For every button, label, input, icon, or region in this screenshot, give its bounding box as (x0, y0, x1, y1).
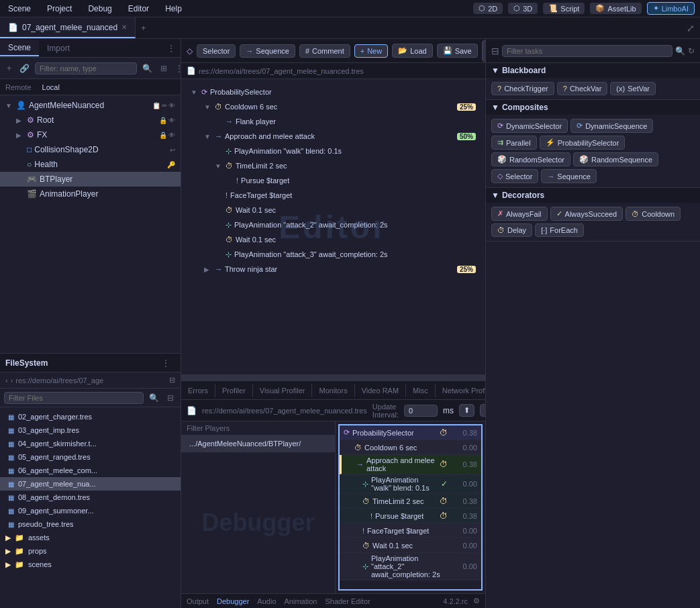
menu-editor[interactable]: Editor (126, 3, 152, 15)
output-tab[interactable]: Output (187, 597, 209, 605)
fs-sort-btn[interactable]: ⊟ (164, 392, 177, 404)
btn-assetlib[interactable]: 📦 AssetLib (590, 3, 641, 14)
tab-add-btn[interactable]: + (136, 21, 151, 36)
editor-horizontal-scroll[interactable] (181, 374, 485, 380)
fs-filter-input[interactable] (4, 392, 144, 404)
player-btn[interactable]: .../AgentMeleeNuanced/BTPlayer/ (181, 436, 335, 452)
fs-file-2[interactable]: ▦ 04_agent_skirmisher.t... (0, 437, 181, 450)
bb-checkvar-btn[interactable]: ? CheckVar (557, 82, 608, 95)
toolbar-save-btn[interactable]: 💾 Save (437, 44, 478, 58)
link-btn[interactable]: 🔗 (17, 62, 32, 74)
tree-item-health[interactable]: ▶ ○ Health 🔑 (0, 157, 181, 172)
add-node-btn[interactable]: + (4, 62, 14, 74)
bt-node-playanim1[interactable]: ▶ ⊹ PlayAnimation "walk" blend: 0.1s (187, 144, 480, 158)
remote-btn[interactable]: Remote (5, 83, 32, 91)
dt-row-3[interactable]: ⊹ PlayAnimation "walk" blend: 0.1s ✓ 0.0… (340, 474, 481, 494)
expand-btn[interactable]: ⤢ (687, 23, 695, 34)
bt-node-pursue[interactable]: ▶ ! Pursue $target (187, 173, 480, 188)
update-spinner-up[interactable]: ⬆ (459, 404, 474, 417)
bt-node-throw[interactable]: ▶ → Throw ninja star 25% (187, 262, 480, 276)
btn-2d[interactable]: ⬡ 2D (473, 3, 503, 14)
bb-composites-header[interactable]: ▼ Composites (486, 100, 700, 115)
fs-file-3[interactable]: ▦ 05_agent_ranged.tres (0, 450, 181, 464)
tab-close-btn[interactable]: ✕ (121, 23, 127, 31)
toolbar-load-btn[interactable]: 📂 Load (392, 44, 432, 58)
update-interval-input[interactable] (404, 405, 438, 417)
dt-row-7[interactable]: ⏱ Wait 0.1 sec 0.00 (340, 538, 481, 553)
bb-alwayssucceed-btn[interactable]: ✓ AlwaysSucceed (550, 207, 623, 221)
scene-grid-btn[interactable]: ⊞ (158, 62, 170, 74)
bb-alwaysfail-btn[interactable]: ✗ AlwaysFail (491, 207, 548, 221)
local-btn[interactable]: Local (42, 83, 60, 91)
btn-3d[interactable]: ⬡ 3D (508, 3, 538, 14)
menu-scene[interactable]: Scene (5, 3, 34, 15)
audio-tab[interactable]: Audio (257, 597, 276, 605)
btn-script[interactable]: 📜 Script (543, 3, 585, 14)
tree-item-animplayer[interactable]: ▶ 🎬 AnimationPlayer (0, 187, 181, 201)
dt-row-2[interactable]: → Approach and melee attack ⏱ 0.38 (340, 455, 481, 474)
fs-prev-btn[interactable]: ‹ (5, 376, 8, 385)
toolbar-new-btn[interactable]: + New (354, 44, 388, 58)
bb-selector-btn[interactable]: ◇ Selector (491, 169, 538, 183)
import-tab[interactable]: Import (39, 41, 78, 56)
bb-delay-btn[interactable]: ⏱ Delay (491, 223, 532, 237)
shader-editor-tab[interactable]: Shader Editor (325, 597, 370, 605)
bb-filter-input[interactable] (502, 45, 672, 57)
bt-node-wait2[interactable]: ▶ ⏱ Wait 0.1 sec (187, 232, 480, 247)
bb-refresh-icon[interactable]: ↻ (688, 46, 695, 56)
tab-network-profiler[interactable]: Network Profiler (436, 384, 485, 397)
fs-file-4[interactable]: ▦ 06_agent_melee_com... (0, 464, 181, 477)
fs-file-8[interactable]: ▦ pseudo_tree.tres (0, 517, 181, 531)
bb-dynamicselector-btn[interactable]: ⟳ DynamicSelector (491, 119, 568, 133)
tree-item-btplayer[interactable]: ▶ 🎮 BTPlayer (0, 172, 181, 187)
fs-grid-icon[interactable]: ⊟ (169, 376, 175, 385)
tab-visual-profiler[interactable]: Visual Profiler (253, 384, 313, 397)
dt-row-1[interactable]: ⏱ Cooldown 6 sec 0.00 (340, 440, 481, 455)
bb-foreach-btn[interactable]: [·] ForEach (535, 223, 584, 237)
fs-file-6[interactable]: ▦ 08_agent_demon.tres (0, 491, 181, 504)
fs-file-1[interactable]: ▦ 03_agent_imp.tres (0, 423, 181, 437)
scene-filter-input[interactable] (35, 62, 137, 74)
fs-next-btn[interactable]: › (11, 376, 13, 385)
bb-dynamicsequence-btn[interactable]: ⟳ DynamicSequence (570, 119, 653, 133)
dt-row-6[interactable]: ! FaceTarget $target 0.00 (340, 523, 481, 538)
fs-folder-scenes[interactable]: ▶ 📁 scenes (0, 558, 181, 571)
bb-randomsequence-btn[interactable]: 🎲 RandomSequence (573, 152, 658, 166)
scene-search-btn[interactable]: 🔍 (140, 62, 155, 74)
scene-tab[interactable]: Scene (0, 40, 39, 56)
menu-debug[interactable]: Debug (85, 3, 114, 15)
fs-folder-assets[interactable]: ▶ 📁 assets (0, 531, 181, 544)
btn-limboai[interactable]: ✦ LimboAI (647, 2, 695, 15)
update-copy-icon[interactable]: 📋 (480, 404, 485, 417)
tab-misc[interactable]: Misc (406, 384, 436, 397)
dt-row-4[interactable]: ⏱ TimeLimit 2 sec ⏱ 0.38 (340, 494, 481, 509)
tab-07-agent[interactable]: 📄 07_agent_melee_nuanced ✕ (0, 17, 136, 38)
bb-setvar-btn[interactable]: (x) SetVar (610, 82, 656, 95)
dt-row-0[interactable]: ⟳ ProbabilitySelector ⏱ 0.38 (340, 425, 481, 440)
fs-folder-props[interactable]: ▶ 📁 props (0, 544, 181, 558)
tree-item-fx[interactable]: ▶ ⚙ FX 🔒 👁 (0, 128, 181, 142)
panel-menu[interactable]: ⋮ (162, 44, 181, 53)
menu-project[interactable]: Project (44, 3, 74, 15)
fs-file-7[interactable]: ▦ 09_agent_summoner... (0, 504, 181, 517)
bb-search-icon[interactable]: 🔍 (675, 46, 685, 56)
toolbar-selector-btn[interactable]: Selector (197, 44, 236, 58)
bt-node-flank[interactable]: ▶ → Flank player (187, 114, 480, 129)
bt-node-prob-sel[interactable]: ▼ ⟳ ProbabilitySelector (187, 85, 480, 99)
toolbar-sequence-btn[interactable]: → Sequence (240, 44, 295, 58)
bb-checktrigger-btn[interactable]: ? CheckTrigger (491, 82, 554, 95)
bb-parallel-btn[interactable]: ⇉ Parallel (491, 136, 537, 150)
tree-item-root[interactable]: ▶ ⚙ Root 🔒 👁 (0, 113, 181, 128)
bb-probabilityselector-btn[interactable]: ⚡ ProbabilitySelector (540, 136, 626, 150)
tab-video-ram[interactable]: Video RAM (355, 384, 406, 397)
fs-search-btn[interactable]: 🔍 (146, 392, 162, 404)
dt-row-8[interactable]: ⊹ PlayAnimation "attack_2" await_complet… (340, 553, 481, 580)
bb-decorators-header[interactable]: ▼ Decorators (486, 188, 700, 203)
tab-errors[interactable]: Errors (181, 384, 215, 397)
tab-monitors[interactable]: Monitors (312, 384, 354, 397)
fs-file-5[interactable]: ▦ 07_agent_melee_nua... (0, 477, 181, 491)
dt-row-5[interactable]: ! Pursue $target ⏱ 0.38 (340, 509, 481, 523)
animation-tab[interactable]: Animation (285, 597, 317, 605)
bt-node-playanim3[interactable]: ▶ ⊹ PlayAnimation "attack_3" await_compl… (187, 247, 480, 262)
bt-node-playanim2[interactable]: ▶ ⊹ PlayAnimation "attack_2" await_compl… (187, 217, 480, 232)
